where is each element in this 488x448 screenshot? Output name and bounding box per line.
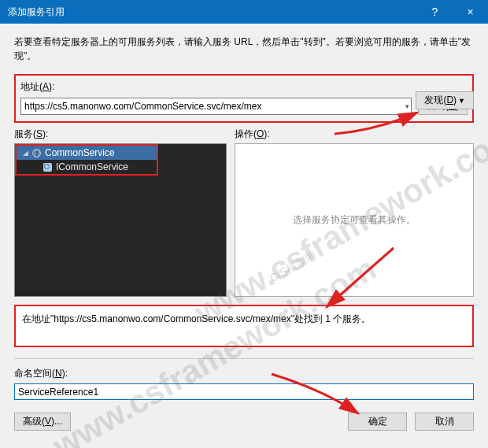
services-tree[interactable]: ◢ CommonService ICommonService — [14, 143, 227, 297]
panes: 服务(S): ◢ CommonService ICommonService — [14, 128, 474, 297]
tree-node-commonservice[interactable]: ◢ CommonService — [17, 146, 157, 160]
window-title: 添加服务引用 — [8, 6, 417, 19]
operations-placeholder: 选择服务协定可查看其操作。 — [293, 213, 416, 227]
operations-list[interactable]: 选择服务协定可查看其操作。 — [235, 143, 474, 297]
globe-icon — [32, 149, 41, 157]
services-highlight: ◢ CommonService ICommonService — [15, 144, 158, 176]
address-row: ▾ 转到(G) — [20, 97, 468, 115]
ok-button[interactable]: 确定 — [348, 413, 407, 431]
services-label: 服务(S): — [14, 128, 227, 141]
tree-node-label: CommonService — [45, 147, 115, 158]
collapse-icon: ◢ — [23, 149, 28, 157]
tree-node-label: ICommonService — [56, 161, 128, 172]
close-button[interactable]: × — [453, 0, 488, 24]
advanced-button[interactable]: 高级(V)... — [14, 413, 71, 431]
chevron-down-icon: ▼ — [458, 97, 465, 105]
services-pane: 服务(S): ◢ CommonService ICommonService — [14, 128, 227, 297]
instruction-text: 若要查看特定服务器上的可用服务列表，请输入服务 URL，然后单击"转到"。若要浏… — [14, 35, 474, 63]
bottom-buttons: 高级(V)... 确定 取消 — [14, 413, 474, 431]
tree-node-icommonservice[interactable]: ICommonService — [17, 160, 157, 174]
address-section: 地址(A): ▾ 转到(G) — [14, 74, 474, 123]
bottom-right-buttons: 确定 取消 — [348, 413, 474, 431]
titlebar: 添加服务引用 ? × — [0, 0, 488, 24]
discover-button[interactable]: 发现(D)▼ — [416, 91, 474, 109]
namespace-input[interactable] — [14, 383, 474, 400]
address-label: 地址(A): — [20, 80, 468, 94]
address-input-wrap: ▾ — [20, 98, 412, 115]
divider — [14, 358, 474, 359]
help-button[interactable]: ? — [417, 0, 453, 24]
address-input[interactable] — [20, 98, 412, 115]
operations-label: 操作(O): — [235, 128, 474, 141]
namespace-label: 命名空间(N): — [14, 367, 474, 380]
titlebar-buttons: ? × — [417, 0, 488, 24]
contract-icon — [43, 163, 52, 172]
status-message: 在地址"https://cs5.manonwo.com/CommonServic… — [14, 305, 474, 347]
cancel-button[interactable]: 取消 — [415, 413, 474, 431]
operations-pane: 操作(O): 选择服务协定可查看其操作。 — [235, 128, 474, 297]
dialog-content: 若要查看特定服务器上的可用服务列表，请输入服务 URL，然后单击"转到"。若要浏… — [0, 24, 488, 440]
